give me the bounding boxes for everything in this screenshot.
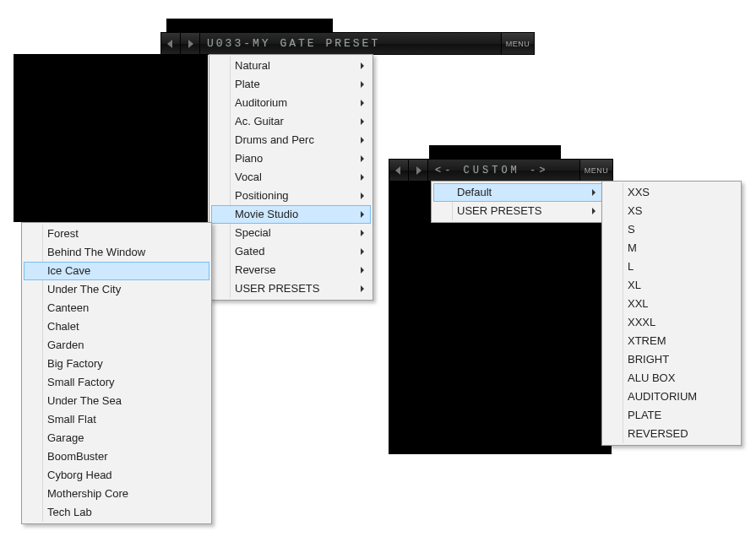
preset-category-item[interactable]: Movie Studio (211, 205, 371, 224)
display2-next-button[interactable] (409, 160, 428, 181)
preset-category-menu: NaturalPlateAuditoriumAc. GuitarDrums an… (209, 54, 373, 301)
preset-display-2: <- CUSTOM -> MENU (389, 159, 613, 182)
preset-category-item[interactable]: Reverse (211, 261, 371, 279)
size-sub-item[interactable]: M (604, 239, 739, 258)
size-sub-item[interactable]: XXXL (604, 313, 739, 332)
svg-marker-3 (416, 166, 422, 175)
preset-sub-item[interactable]: Garage (24, 429, 209, 447)
preset-sub-item[interactable]: Forest (24, 225, 209, 243)
preset-sub-item[interactable]: Mothership Core (24, 485, 209, 503)
size-category-item[interactable]: USER PRESETS (433, 202, 602, 220)
preset-category-item[interactable]: USER PRESETS (211, 279, 371, 298)
preset-sub-item[interactable]: Canteen (24, 299, 209, 317)
preset-sub-item[interactable]: Big Factory (24, 355, 209, 373)
display1-next-button[interactable] (181, 33, 200, 54)
size-sub-item[interactable]: XS (604, 202, 739, 220)
preset-category-item[interactable]: Piano (211, 149, 371, 168)
preset-sub-item[interactable]: Under The Sea (24, 392, 209, 410)
preset-category-item[interactable]: Auditorium (211, 94, 371, 112)
svg-marker-2 (395, 166, 400, 175)
preset-display-1: U033-MY GATE PRESET MENU (160, 32, 535, 55)
preset-sub-item[interactable]: Cyborg Head (24, 466, 209, 485)
preset-category-item[interactable]: Plate (211, 75, 371, 94)
preset-category-item[interactable]: Special (211, 224, 371, 242)
preset-sub-item[interactable]: Chalet (24, 317, 209, 336)
preset-sub-item[interactable]: Ice Cave (24, 262, 209, 280)
size-sub-item[interactable]: XL (604, 276, 739, 295)
size-sub-item[interactable]: XTREM (604, 332, 739, 350)
preset-category-item[interactable]: Vocal (211, 168, 371, 187)
size-sub-menu: XXSXSSMLXLXXLXXXLXTREMBRIGHTALU BOXAUDIT… (601, 181, 742, 446)
preset-category-item[interactable]: Drums and Perc (211, 131, 371, 149)
display2-menu-button[interactable]: MENU (580, 160, 612, 181)
preset-sub-item[interactable]: Tech Lab (24, 503, 209, 522)
preset-category-item[interactable]: Positioning (211, 187, 371, 205)
preset-sub-menu: ForestBehind The WindowIce CaveUnder The… (21, 222, 212, 524)
size-category-menu: DefaultUSER PRESETS (431, 181, 605, 223)
preset-sub-item[interactable]: Small Flat (24, 410, 209, 429)
preset-category-item[interactable]: Natural (211, 57, 371, 75)
display2-lcd[interactable]: <- CUSTOM -> (428, 160, 580, 181)
display1-menu-button[interactable]: MENU (502, 33, 534, 54)
size-sub-item[interactable]: S (604, 220, 739, 239)
size-sub-item[interactable]: XXS (604, 183, 739, 202)
svg-marker-0 (167, 40, 172, 48)
preset-sub-item[interactable]: Small Factory (24, 373, 209, 392)
preset-sub-item[interactable]: Under The City (24, 280, 209, 299)
preset-sub-item[interactable]: Garden (24, 336, 209, 355)
display2-titlebar (429, 145, 561, 159)
display1-prev-button[interactable] (161, 33, 181, 54)
svg-marker-1 (188, 40, 193, 48)
size-sub-item[interactable]: PLATE (604, 406, 739, 425)
display1-lcd[interactable]: U033-MY GATE PRESET (200, 33, 502, 54)
size-sub-item[interactable]: AUDITORIUM (604, 388, 739, 406)
size-sub-item[interactable]: BRIGHT (604, 350, 739, 369)
plugin-panel-left (14, 54, 208, 222)
size-sub-item[interactable]: REVERSED (604, 425, 739, 443)
size-category-item[interactable]: Default (433, 183, 602, 202)
size-sub-item[interactable]: ALU BOX (604, 369, 739, 388)
preset-sub-item[interactable]: Behind The Window (24, 243, 209, 262)
display2-prev-button[interactable] (389, 160, 409, 181)
preset-sub-item[interactable]: BoomBuster (24, 447, 209, 466)
preset-category-item[interactable]: Ac. Guitar (211, 112, 371, 131)
display1-titlebar (166, 19, 333, 32)
preset-category-item[interactable]: Gated (211, 242, 371, 261)
size-sub-item[interactable]: XXL (604, 295, 739, 313)
size-sub-item[interactable]: L (604, 258, 739, 276)
